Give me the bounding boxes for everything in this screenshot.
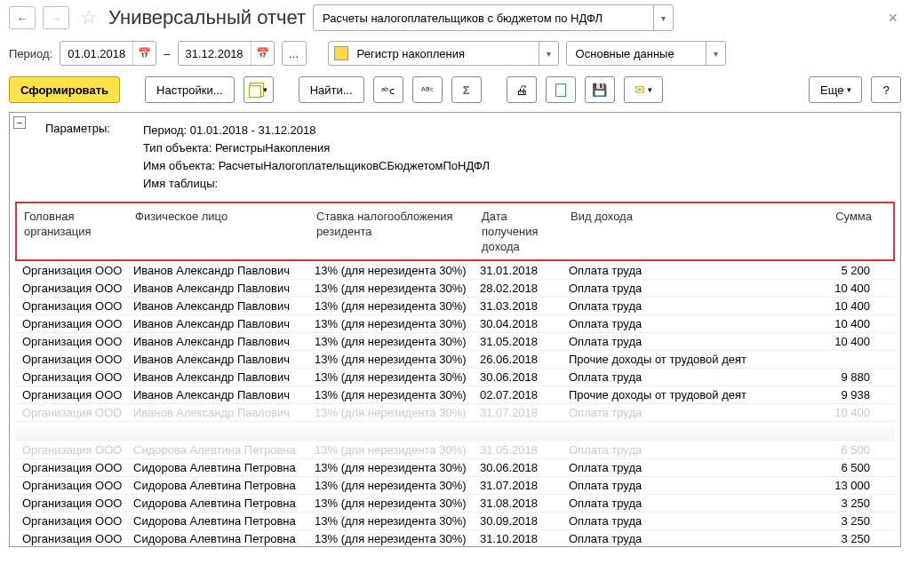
table-row[interactable]: Организация ОООИванов Александр Павлович… [15, 386, 895, 404]
col-date: Дата получения дохода [475, 203, 563, 259]
table-row[interactable]: Организация ОООИванов Александр Павлович… [15, 262, 895, 280]
table-header: Головная организация Физическое лицо Ста… [15, 202, 895, 261]
period-ellipsis-button[interactable]: ... [282, 41, 307, 66]
date-from-input[interactable]: 01.01.2018 📅 [60, 41, 156, 66]
sum-button[interactable] [451, 76, 482, 103]
table-row[interactable]: Организация ОООСидорова Алевтина Петровн… [15, 477, 895, 495]
back-button[interactable]: ← [9, 6, 36, 29]
report-select[interactable]: Расчеты налогоплательщиков с бюджетом по… [313, 4, 674, 31]
save-button[interactable] [585, 76, 615, 103]
col-income-type: Вид дохода [563, 203, 812, 259]
print-button[interactable] [507, 76, 537, 103]
table-row[interactable]: Организация ОООИванов Александр Павлович… [15, 315, 895, 333]
register-type-select[interactable]: Регистр накопления ▾ [328, 41, 559, 66]
chevron-down-icon[interactable]: ▾ [706, 42, 725, 65]
star-icon[interactable]: ☆ [80, 6, 98, 29]
data-mode-select[interactable]: Основные данные ▾ [566, 41, 726, 66]
more-button[interactable]: Еще▾ [809, 76, 862, 103]
table-row[interactable]: Организация ООО Сидорова Алевтина Петров… [15, 441, 895, 459]
calendar-icon[interactable]: 📅 [132, 42, 156, 65]
forward-button[interactable]: → [43, 6, 69, 29]
table-row[interactable]: Организация ОООСидорова Алевтина Петровн… [15, 495, 895, 513]
col-person: Физическое лицо [128, 203, 309, 259]
chevron-down-icon[interactable]: ▾ [539, 42, 558, 65]
mail-button[interactable]: ▾ [624, 76, 663, 103]
table-row[interactable]: Организация ООО Иванов Александр Павлови… [15, 404, 895, 422]
col-rate: Ставка налогообложения резидента [309, 203, 475, 259]
find-button[interactable]: Найти... [299, 76, 364, 103]
period-label: Период: [9, 47, 52, 60]
help-button[interactable]: ? [871, 76, 901, 103]
table-row[interactable]: Организация ОООИванов Александр Павлович… [15, 333, 895, 351]
table-row[interactable]: Организация ОООИванов Александр Павлович… [15, 351, 895, 369]
table-row[interactable]: Организация ОООИванов Александр Павлович… [15, 369, 895, 386]
collapse-handle[interactable]: − [13, 116, 26, 129]
table-row[interactable]: Организация ОООСидорова Алевтина Петровн… [15, 513, 895, 530]
chevron-down-icon[interactable]: ▾ [653, 5, 673, 30]
date-to-input[interactable]: 31.12.2018 📅 [178, 41, 275, 66]
col-org: Головная организация [17, 203, 128, 259]
document-button[interactable] [546, 76, 576, 103]
params-label: Параметры: [45, 122, 125, 193]
collapse-button[interactable] [412, 76, 443, 103]
copy-settings-button[interactable]: ▾ [243, 76, 274, 103]
table-row[interactable]: Организация ОООИванов Александр Павлович… [15, 280, 895, 298]
table-row[interactable]: Организация ОООИванов Александр Павлович… [15, 298, 895, 315]
page-title: Универсальный отчет [108, 6, 306, 29]
generate-button[interactable]: Сформировать [9, 76, 120, 103]
report-area: − Параметры: Период: 01.01.2018 - 31.12.… [9, 112, 901, 547]
expand-button[interactable] [373, 76, 403, 103]
close-icon[interactable]: × [888, 9, 898, 28]
settings-button[interactable]: Настройки... [145, 76, 235, 103]
calendar-icon[interactable]: 📅 [251, 42, 274, 65]
table-row[interactable]: Организация ОООСидорова Алевтина Петровн… [15, 530, 895, 547]
col-sum: Сумма [812, 203, 879, 259]
table-row[interactable]: Организация ОООСидорова Алевтина Петровн… [15, 459, 895, 477]
params-lines: Период: 01.01.2018 - 31.12.2018 Тип объе… [143, 122, 490, 193]
register-icon [334, 46, 348, 60]
